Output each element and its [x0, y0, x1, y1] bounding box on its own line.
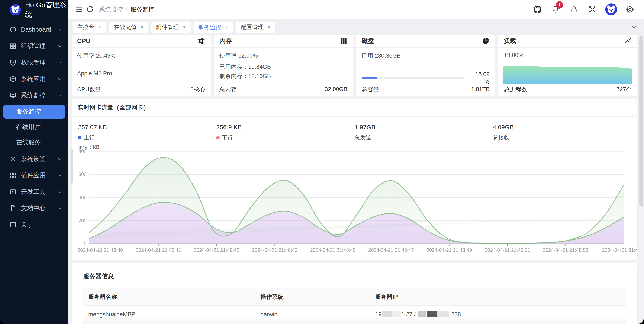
- downstream-dot: [216, 136, 220, 139]
- sidebar-item-system-monitor[interactable]: 系统监控: [0, 87, 68, 104]
- user-avatar[interactable]: [605, 4, 617, 15]
- refresh-icon[interactable]: [84, 4, 96, 15]
- github-icon[interactable]: [532, 4, 543, 15]
- total-received-label: 总接收: [493, 134, 510, 141]
- tab-label: 服务监控: [198, 23, 221, 31]
- col-server-name: 服务器名称: [83, 288, 255, 305]
- tab-attachments[interactable]: 附件管理 ×: [152, 22, 191, 33]
- sidebar-item-label: 系统监控: [21, 91, 46, 100]
- close-icon[interactable]: ×: [182, 24, 186, 30]
- lock-icon[interactable]: [568, 4, 580, 15]
- sidebar-subitem-online-services[interactable]: 在线服务: [4, 135, 65, 149]
- load-footer-value: 727个: [616, 86, 632, 93]
- cpu-card: CPU 使用率 20.49% Apple M2 Pro CPU数量 10核心: [72, 35, 211, 96]
- tab-options-chevron[interactable]: [630, 24, 638, 31]
- sidebar-item-label: 系统设置: [21, 155, 46, 163]
- table-header-row: 服务器名称 操作系统 服务器IP: [83, 288, 626, 305]
- sidebar-item-system-settings[interactable]: 系统设置: [0, 151, 68, 167]
- sidebar: HotGo管理系统 Dashboard 组织管理 权限管理 系统应用 系统监控: [0, 0, 68, 324]
- server-info-card: 服务器信息 服务器名称 操作系统 服务器IP mengshuaideMBP da…: [72, 263, 638, 324]
- sidebar-item-system-apps[interactable]: 系统应用: [0, 71, 68, 87]
- disk-card: 磁盘 已用 280.36GB 15.09 % 总容量 1.81TB: [356, 35, 495, 96]
- settings-gear-icon[interactable]: [624, 4, 636, 15]
- upstream-value: 257.07 KB: [78, 124, 216, 131]
- sidebar-item-about[interactable]: 关于: [0, 216, 68, 233]
- disk-footer-value: 1.81TB: [471, 86, 490, 93]
- apps-grid-icon: [10, 172, 17, 179]
- ip-redaction-block: [437, 311, 449, 317]
- close-icon[interactable]: ×: [140, 24, 144, 30]
- tab-config[interactable]: 配置管理 ×: [236, 22, 275, 33]
- window-corner: [0, 318, 6, 324]
- tab-online-recharge[interactable]: 在线充值 ×: [109, 22, 148, 33]
- app-logo-row[interactable]: HotGo管理系统: [0, 0, 68, 20]
- monitor-chart-icon: [10, 92, 17, 99]
- cell-server-name: mengshuaideMBP: [83, 305, 255, 324]
- breadcrumb-separator: /: [126, 6, 128, 13]
- sidebar-item-organization[interactable]: 组织管理: [0, 38, 68, 54]
- cpu-model: Apple M2 Pro: [77, 70, 205, 77]
- close-icon[interactable]: ×: [98, 24, 101, 30]
- tab-label: 在线充值: [114, 23, 137, 31]
- load-card: 负载 19.00% 总进程数 727个: [498, 35, 638, 96]
- sidebar-subitem-label: 在线用户: [16, 123, 41, 131]
- disk-card-title: 磁盘: [362, 37, 374, 45]
- memory-footer-label: 总内存: [220, 86, 237, 93]
- ip-redaction-block: [427, 311, 436, 317]
- sidebar-subitem-online-users[interactable]: 在线用户: [4, 120, 65, 134]
- network-stats-row: 257.07 KB 上行 256.9 KB 下行 1.97GB 总发送 4.09…: [72, 124, 638, 141]
- chevron-down-icon: [57, 60, 63, 65]
- sidebar-subitem-service-monitor[interactable]: 服务监控: [4, 105, 65, 119]
- ip-redaction-block: [392, 311, 401, 317]
- grid-dots-icon: [340, 37, 348, 45]
- load-sparkline: [504, 64, 632, 84]
- cpu-footer-label: CPU数量: [77, 86, 101, 93]
- window-corner: [638, 318, 644, 324]
- sidebar-item-label: 插件应用: [21, 171, 46, 180]
- load-value: 19.00%: [504, 52, 632, 59]
- cell-os: darwin: [255, 305, 370, 324]
- tab-label: 配置管理: [240, 23, 264, 31]
- fullscreen-icon[interactable]: [587, 4, 598, 15]
- close-icon[interactable]: ×: [267, 24, 270, 30]
- cpu-footer-value: 10核心: [187, 86, 205, 93]
- memory-card: 内存 使用率 62.00% 已用内存：19.84GB 剩余内存：12.16GB …: [214, 35, 353, 96]
- ip-redaction-block: [382, 311, 392, 317]
- total-sent-label: 总发送: [355, 134, 371, 141]
- breadcrumb-parent[interactable]: 系统监控: [99, 5, 123, 14]
- sidebar-resize-handle[interactable]: [70, 149, 72, 184]
- memory-footer-value: 32.00GB: [324, 86, 348, 93]
- document-icon: [10, 205, 17, 212]
- vertical-scrollbar-thumb[interactable]: [639, 36, 643, 206]
- chevron-down-icon: [57, 27, 63, 33]
- close-icon[interactable]: ×: [225, 24, 228, 30]
- network-traffic-card: 实时网卡流量（全部网卡） 257.07 KB 上行 256.9 KB 下行 1.…: [72, 99, 638, 260]
- chevron-down-icon: [57, 156, 63, 162]
- sidebar-item-label: 开发工具: [21, 188, 46, 196]
- chevron-up-icon: [57, 93, 63, 98]
- server-info-heading: 服务器信息: [83, 272, 626, 281]
- terminal-icon: [10, 188, 17, 195]
- sidebar-collapse-button[interactable]: [73, 4, 84, 15]
- downstream-value: 256.9 KB: [216, 124, 354, 131]
- tab-dashboard[interactable]: 主控台 ×: [72, 22, 106, 33]
- notifications-button[interactable]: 1: [550, 4, 561, 15]
- sidebar-item-label: 权限管理: [21, 58, 46, 67]
- server-info-table: 服务器名称 操作系统 服务器IP mengshuaideMBP darwin 1…: [83, 288, 626, 324]
- app-title: HotGo管理系统: [25, 1, 68, 19]
- sidebar-item-dashboard[interactable]: Dashboard: [0, 21, 68, 38]
- sidebar-item-permission[interactable]: 权限管理: [0, 54, 68, 71]
- sidebar-item-dev-tools[interactable]: 开发工具: [0, 184, 68, 200]
- shield-check-icon: [10, 59, 17, 66]
- sidebar-item-docs[interactable]: 文档中心: [0, 200, 68, 216]
- downstream-label: 下行: [222, 134, 233, 141]
- stat-total-sent: 1.97GB 总发送: [355, 124, 493, 141]
- sidebar-item-plugins[interactable]: 插件应用: [0, 167, 68, 184]
- tab-label: 附件管理: [156, 23, 179, 31]
- total-received-value: 4.09GB: [493, 124, 631, 131]
- grid-icon: [10, 43, 17, 50]
- stat-total-received: 4.09GB 总接收: [493, 124, 631, 141]
- tab-service-monitor[interactable]: 服务监控 ×: [194, 22, 233, 33]
- sidebar-item-label: 关于: [21, 220, 33, 229]
- app-logo-icon: [10, 4, 21, 15]
